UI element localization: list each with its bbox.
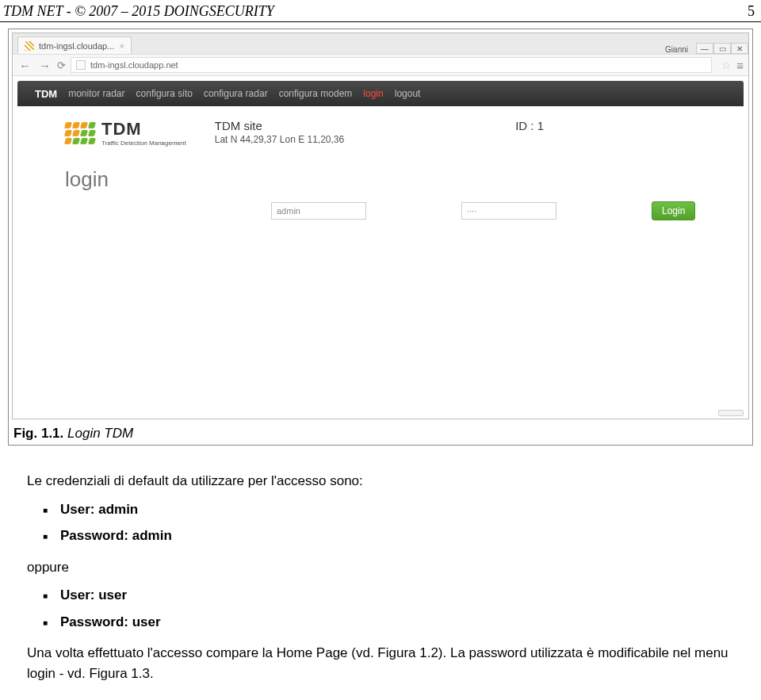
- list-item: User: user: [27, 582, 734, 609]
- url-input[interactable]: tdm-ingsl.cloudapp.net: [71, 57, 712, 73]
- outro-text: Una volta effettuato l'accesso compare l…: [27, 643, 734, 683]
- figure-caption-text: Login TDM: [63, 426, 133, 441]
- page-header: TDM NET - © 2007 – 2015 DOINGSECURITY 5: [0, 0, 761, 22]
- tab-strip: tdm-ingsl.cloudap... × Gianni — ▭ ✕: [13, 33, 748, 54]
- window-minimize-button[interactable]: —: [696, 43, 713, 54]
- page-number: 5: [748, 3, 755, 20]
- nav-back-icon[interactable]: ←: [17, 59, 33, 72]
- window-user-label: Gianni: [665, 45, 688, 54]
- nav-item-configura-radar[interactable]: configura radar: [204, 88, 268, 99]
- intro-text: Le credenziali di default da utilizzare …: [27, 471, 734, 492]
- browser-tab[interactable]: tdm-ingsl.cloudap... ×: [17, 36, 132, 54]
- doc-title: TDM NET - © 2007 – 2015 DOINGSECURITY: [3, 3, 274, 20]
- tab-title: tdm-ingsl.cloudap...: [39, 41, 114, 51]
- browser-status-footer: [13, 407, 748, 419]
- tab-close-icon[interactable]: ×: [119, 41, 124, 51]
- list-item: Password: admin: [27, 522, 734, 549]
- nav-brand[interactable]: TDM: [35, 88, 57, 100]
- figure-caption: Fig. 1.1. Login TDM: [9, 423, 752, 445]
- site-header-row: TDM Traffic Detection Management TDM sit…: [65, 114, 696, 156]
- page-icon: [76, 60, 86, 70]
- oppure-text: oppure: [27, 557, 734, 578]
- site-coords: Lat N 44,29,37 Lon E 11,20,36: [215, 134, 344, 145]
- site-info: TDM site Lat N 44,29,37 Lon E 11,20,36: [215, 119, 344, 145]
- browser-window: tdm-ingsl.cloudap... × Gianni — ▭ ✕ ← → …: [12, 33, 749, 419]
- logo-block: TDM Traffic Detection Management: [65, 119, 186, 147]
- window-close-button[interactable]: ✕: [731, 43, 748, 54]
- credentials-list-2: User: user Password: user: [27, 582, 734, 635]
- bookmark-star-icon[interactable]: ☆: [721, 59, 732, 71]
- password-input[interactable]: [461, 202, 556, 220]
- list-item: Password: user: [27, 609, 734, 636]
- logo-icon: [65, 122, 95, 144]
- address-bar: ← → ⟳ tdm-ingsl.cloudapp.net ☆ ≡: [13, 54, 748, 76]
- horizontal-scroll-indicator: [718, 410, 744, 416]
- figure-container: tdm-ingsl.cloudap... × Gianni — ▭ ✕ ← → …: [9, 29, 752, 423]
- list-item: User: admin: [27, 496, 734, 523]
- figure-frame: tdm-ingsl.cloudap... × Gianni — ▭ ✕ ← → …: [8, 29, 753, 446]
- nav-item-configura-modem[interactable]: configura modem: [279, 88, 353, 99]
- nav-item-monitor-radar[interactable]: monitor radar: [68, 88, 124, 99]
- logo-text-big: TDM: [101, 119, 186, 140]
- nav-item-logout[interactable]: logout: [395, 88, 421, 99]
- login-button[interactable]: Login: [652, 201, 695, 220]
- browser-menu-icon[interactable]: ≡: [736, 59, 744, 72]
- nav-forward-icon[interactable]: →: [37, 59, 52, 72]
- tab-favicon-icon: [25, 41, 34, 51]
- figure-label: Fig. 1.1.: [13, 426, 63, 441]
- nav-reload-icon[interactable]: ⟳: [57, 59, 66, 71]
- site-nav: TDM monitor radar configura sito configu…: [17, 81, 744, 106]
- site-title: TDM site: [215, 119, 344, 132]
- document-body: Le credenziali di default da utilizzare …: [0, 450, 761, 696]
- site-id: ID : 1: [515, 119, 544, 132]
- site-content: TDM Traffic Detection Management TDM sit…: [17, 106, 744, 407]
- window-maximize-button[interactable]: ▭: [713, 43, 731, 54]
- username-input[interactable]: [271, 202, 366, 220]
- logo-text-small: Traffic Detection Management: [101, 140, 186, 147]
- credentials-list-1: User: admin Password: admin: [27, 496, 734, 549]
- nav-item-login[interactable]: login: [363, 88, 383, 99]
- login-form: Login: [65, 201, 696, 220]
- login-heading: login: [65, 167, 696, 192]
- url-text: tdm-ingsl.cloudapp.net: [90, 60, 178, 70]
- nav-item-configura-sito[interactable]: configura sito: [136, 88, 193, 99]
